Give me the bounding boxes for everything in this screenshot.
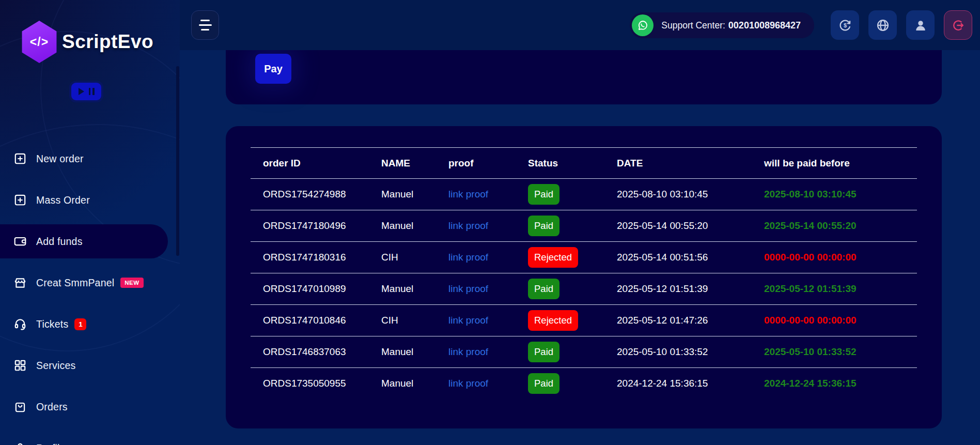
- sidebar-item-label: Services: [36, 360, 75, 372]
- sidebar-item-profile[interactable]: Profile: [0, 427, 180, 445]
- paid-before-cell: 2025-05-12 01:51:39: [764, 273, 917, 305]
- order-id-cell: ORDS1747180496: [251, 210, 381, 242]
- support-number: 00201008968427: [728, 20, 801, 30]
- column-proof: proof: [448, 148, 528, 179]
- name-cell: CIH: [381, 242, 448, 273]
- status-badge: Paid: [528, 216, 559, 236]
- user-icon: [913, 18, 928, 33]
- paid-before-date: 2025-05-12 01:51:39: [764, 283, 857, 294]
- date-cell: 2025-05-10 01:33:52: [617, 336, 764, 368]
- proof-link[interactable]: link proof: [448, 315, 488, 326]
- proof-cell: link proof: [448, 273, 528, 305]
- date-cell: 2025-05-14 00:51:56: [617, 242, 764, 273]
- sidebar-item-new-order[interactable]: New order: [0, 138, 180, 179]
- pause-icon[interactable]: [89, 88, 95, 95]
- sidebar-item-label: Profile: [36, 442, 66, 445]
- sidebar-nav: New order Mass Order Add funds Creat Smm…: [0, 138, 180, 445]
- table-row: ORDS1747010846CIHlink proofRejected2025-…: [251, 305, 917, 336]
- name-cell: Manuel: [381, 210, 448, 242]
- grid-icon: [13, 359, 27, 372]
- sidebar-item-mass-order[interactable]: Mass Order: [0, 179, 180, 221]
- proof-link[interactable]: link proof: [448, 378, 488, 389]
- sidebar-item-orders[interactable]: Orders: [0, 386, 180, 427]
- status-cell: Rejected: [528, 242, 617, 273]
- proof-cell: link proof: [448, 242, 528, 273]
- proof-link[interactable]: link proof: [448, 346, 488, 357]
- paid-before-date: 0000-00-00 00:00:00: [764, 252, 857, 263]
- order-id-cell: ORDS1747010989: [251, 273, 381, 305]
- proof-cell: link proof: [448, 210, 528, 242]
- proof-link[interactable]: link proof: [448, 283, 488, 294]
- proof-link[interactable]: link proof: [448, 189, 488, 200]
- proof-link[interactable]: link proof: [448, 220, 488, 231]
- sidebar-item-tickets[interactable]: Tickets 1: [0, 303, 180, 345]
- brand-name: ScriptEvo: [62, 31, 153, 53]
- paid-before-cell: 0000-00-00 00:00:00: [764, 242, 917, 273]
- name-cell: Manuel: [381, 179, 448, 210]
- paid-before-date: 2025-05-10 01:33:52: [764, 346, 857, 357]
- sidebar-item-label: Mass Order: [36, 194, 90, 206]
- proof-link[interactable]: link proof: [448, 252, 488, 263]
- pay-button[interactable]: Pay: [255, 54, 291, 84]
- announcement-play-pause-control[interactable]: [71, 83, 101, 100]
- date-cell: 2024-12-24 15:36:15: [617, 368, 764, 400]
- sidebar-item-creat-smmpanel[interactable]: Creat SmmPanel NEW: [0, 262, 180, 303]
- date-cell: 2025-05-14 00:55:20: [617, 210, 764, 242]
- storefront-icon: [13, 276, 27, 289]
- new-badge: NEW: [120, 278, 143, 288]
- date-cell: 2025-05-12 01:51:39: [617, 273, 764, 305]
- sidebar-item-services[interactable]: Services: [0, 345, 180, 386]
- support-center-pill[interactable]: Support Center:00201008968427: [630, 12, 814, 38]
- topbar-actions: $: [831, 10, 972, 40]
- table-row: ORDS1754274988Manuellink proofPaid2025-0…: [251, 179, 917, 210]
- paid-before-cell: 2025-05-14 00:55:20: [764, 210, 917, 242]
- language-button[interactable]: [868, 10, 897, 40]
- status-badge: Rejected: [528, 247, 578, 268]
- column-date: DATE: [617, 148, 764, 179]
- sidebar-item-label: Creat SmmPanel: [36, 277, 114, 289]
- sidebar-item-add-funds[interactable]: Add funds: [0, 221, 180, 262]
- status-cell: Paid: [528, 368, 617, 400]
- date-cell: 2025-05-12 01:47:26: [617, 305, 764, 336]
- play-icon[interactable]: [79, 88, 84, 95]
- proof-cell: link proof: [448, 179, 528, 210]
- paid-before-cell: 2025-08-10 03:10:45: [764, 179, 917, 210]
- support-center-text: Support Center:00201008968427: [661, 20, 801, 31]
- paid-before-cell: 2024-12-24 15:36:15: [764, 368, 917, 400]
- sidebar-scrollbar[interactable]: [176, 66, 179, 256]
- paid-before-date: 0000-00-00 00:00:00: [764, 315, 857, 326]
- table-row: ORDS1746837063Manuellink proofPaid2025-0…: [251, 336, 917, 368]
- plus-square-icon: [13, 152, 27, 165]
- order-id-cell: ORDS1754274988: [251, 179, 381, 210]
- sidebar-item-label: Add funds: [36, 236, 83, 248]
- status-badge: Paid: [528, 342, 559, 362]
- status-badge: Paid: [528, 184, 559, 205]
- name-cell: Manuel: [381, 368, 448, 400]
- sidebar-item-label: Tickets: [36, 318, 68, 330]
- status-badge: Paid: [528, 373, 559, 394]
- proof-cell: link proof: [448, 336, 528, 368]
- name-cell: Manuel: [381, 336, 448, 368]
- currency-exchange-button[interactable]: $: [831, 10, 859, 40]
- sidebar-item-label: Orders: [36, 401, 68, 413]
- order-id-cell: ORDS1746837063: [251, 336, 381, 368]
- account-button[interactable]: [906, 10, 935, 40]
- svg-text:$: $: [843, 22, 846, 28]
- status-cell: Paid: [528, 179, 617, 210]
- sidebar-item-label: New order: [36, 153, 84, 165]
- order-id-cell: ORDS1747010846: [251, 305, 381, 336]
- logout-button[interactable]: [944, 10, 972, 40]
- plus-square-icon: [13, 193, 27, 207]
- brand-logo[interactable]: </> ScriptEvo: [20, 21, 153, 63]
- table-body: ORDS1754274988Manuellink proofPaid2025-0…: [251, 179, 917, 400]
- logo-glyph: </>: [30, 35, 49, 49]
- main-content: Pay order ID NAME proof Status DATE will…: [180, 50, 980, 445]
- status-cell: Rejected: [528, 305, 617, 336]
- status-cell: Paid: [528, 210, 617, 242]
- status-cell: Paid: [528, 273, 617, 305]
- sidebar-toggle-button[interactable]: [191, 10, 219, 40]
- status-badge: Rejected: [528, 310, 578, 331]
- topbar: Support Center:00201008968427 $: [180, 0, 980, 50]
- order-id-cell: ORDS1735050955: [251, 368, 381, 400]
- shopping-bag-icon: [13, 400, 27, 413]
